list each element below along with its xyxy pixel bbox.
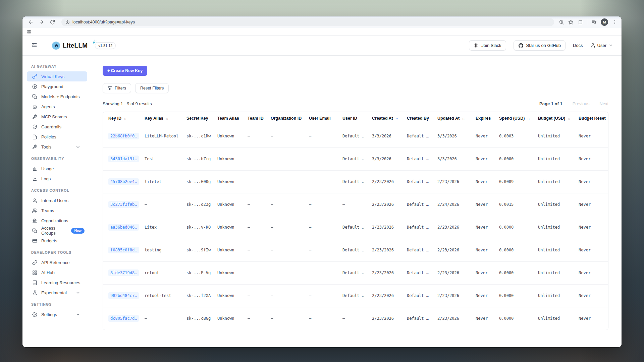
key-id-link[interactable]: aa36bad046… <box>108 224 139 231</box>
column-header-updated-at[interactable]: Updated At↑↓ <box>437 112 476 125</box>
sidebar-item-agents[interactable]: Agents <box>27 102 87 112</box>
star-github-button[interactable]: Star us on GitHub <box>514 40 566 51</box>
table-row[interactable]: 34301daf9f…Testsk-...bZrgUnknown–––Defau… <box>103 147 608 170</box>
table-cell: 2/23/2026 <box>437 261 476 284</box>
sidebar-item-settings[interactable]: Settings <box>27 309 87 319</box>
next-button[interactable]: Next <box>599 101 608 106</box>
bookmark-star-icon[interactable] <box>568 19 574 25</box>
table-row[interactable]: aa36bad046…Litexsk-...v-KQUnknown–––Defa… <box>103 216 608 239</box>
apps-grid-icon[interactable] <box>27 29 31 34</box>
table-cell: – <box>248 261 271 284</box>
sidebar-item-virtual-keys[interactable]: Virtual Keys <box>27 71 87 81</box>
sidebar-item-experimental[interactable]: Experimental <box>27 288 87 298</box>
table-cell: Default … <box>407 147 437 170</box>
table-row[interactable]: 45708b2ee4…litetetsk-...G00gUnknown–––De… <box>103 170 608 193</box>
table-row[interactable]: 22b68fb0f0…LiteLLM-Retoolsk-...c1RwUnkno… <box>103 125 608 147</box>
create-new-key-button[interactable]: + Create New Key <box>103 66 147 76</box>
sidebar-item-access-groups[interactable]: Access GroupsNew <box>27 226 87 236</box>
table-row[interactable]: 982bd484c7…retool-testsk-...f2XAUnknown–… <box>103 284 608 307</box>
new-badge: New <box>71 228 85 234</box>
address-bar[interactable]: localhost:4000/ui/?page=api-keys <box>61 18 554 26</box>
sidebar-item-mcp-servers[interactable]: MCP Servers <box>27 112 87 122</box>
table-row[interactable]: 8fde3719d8…retoolsk-...E_VgUnknown–––Def… <box>103 261 608 284</box>
column-header-organization-id: Organization ID <box>271 112 309 125</box>
table-cell: – <box>309 284 342 307</box>
zoom-page-icon[interactable] <box>559 19 564 25</box>
sidebar-item-budgets[interactable]: Budgets <box>27 236 87 246</box>
forward-icon[interactable] <box>37 18 46 26</box>
sidebar-item-policies[interactable]: Policies <box>27 132 87 142</box>
sort-icon[interactable]: ↑↓ <box>166 117 168 120</box>
sort-icon[interactable]: ↑↓ <box>124 117 126 120</box>
funnel-icon <box>108 86 112 90</box>
back-icon[interactable] <box>26 18 35 26</box>
sidebar-item-api-reference[interactable]: API Reference <box>27 257 87 267</box>
sidebar-item-learning-resources[interactable]: Learning Resources <box>27 278 87 288</box>
site-info-icon[interactable] <box>65 20 70 24</box>
sort-icon[interactable]: ↑↓ <box>568 117 570 120</box>
table-cell: 2/23/2026 <box>372 239 407 261</box>
bank-icon <box>32 218 37 223</box>
browser-menu-icon[interactable] <box>612 19 618 25</box>
sidebar-item-organizations[interactable]: Organizations <box>27 216 87 226</box>
column-header-team-id: Team ID <box>248 112 271 125</box>
key-id-link[interactable]: dc805fac7d… <box>108 315 139 322</box>
key-id-link[interactable]: 45708b2ee4… <box>108 178 139 185</box>
sidebar-item-label: Organizations <box>41 218 68 223</box>
link-icon <box>32 260 37 265</box>
sidebar-item-playground[interactable]: Playground <box>27 81 87 92</box>
table-row[interactable]: dc805fac7d…–sk-...cBGgUnknown––––2/23/20… <box>103 307 608 330</box>
chevron-down-icon <box>75 144 80 149</box>
key-id-link[interactable]: 8fde3719d8… <box>108 269 139 276</box>
tab-group-icon[interactable] <box>578 19 583 25</box>
table-row[interactable]: 3c273f3f9b…–sk-...o23gUnknown––––2/23/20… <box>103 193 608 216</box>
sidebar-item-teams[interactable]: Teams <box>27 205 87 216</box>
column-header-key-alias[interactable]: Key Alias↑↓ <box>145 112 186 125</box>
table-cell: – <box>309 193 342 216</box>
sidebar-item-logs[interactable]: Logs <box>27 174 87 184</box>
column-header-key-id[interactable]: Key ID↑↓ <box>103 112 145 125</box>
sort-icon[interactable]: ↑↓ <box>462 117 465 120</box>
reload-icon[interactable] <box>48 18 57 26</box>
table-cell: – <box>309 125 342 147</box>
table-cell: Default … <box>342 261 372 284</box>
key-id-link[interactable]: 982bd484c7… <box>108 292 139 299</box>
sidebar-item-guardrails[interactable]: Guardrails <box>27 122 87 132</box>
table-cell: Unlimited <box>538 216 579 239</box>
key-id-link[interactable]: 3c273f3f9b… <box>108 201 139 208</box>
table-cell: Default … <box>342 216 372 239</box>
column-header-budget-usd-[interactable]: Budget (USD)↑↓ <box>538 112 579 125</box>
key-id-link[interactable]: f0835c0f8d… <box>108 247 139 253</box>
sidebar-section-label: DEVELOPER TOOLS <box>31 250 103 254</box>
sidebar-item-internal-users[interactable]: Internal Users <box>27 195 87 205</box>
column-header-created-at[interactable]: Created At <box>372 112 407 125</box>
reading-list-icon[interactable] <box>591 19 597 25</box>
filters-button[interactable]: Filters <box>103 83 131 93</box>
key-id-cell: 3c273f3f9b… <box>103 193 145 216</box>
sidebar-item-label: Virtual Keys <box>41 74 64 79</box>
column-header-spend-usd-[interactable]: Spend (USD)↑↓ <box>499 112 538 125</box>
table-row[interactable]: f0835c0f8d…testingsk-...9fIwUnknown–––De… <box>103 239 608 261</box>
sidebar-item-models-endpoints[interactable]: Models + Endpoints <box>27 92 87 102</box>
join-slack-button[interactable]: Join Slack <box>469 40 506 51</box>
sidebar-toggle-icon[interactable] <box>31 42 39 49</box>
table-cell: – <box>271 239 309 261</box>
table-cell: Never <box>579 147 608 170</box>
sidebar-item-ai-hub[interactable]: AI Hub <box>27 267 87 278</box>
user-menu[interactable]: User <box>590 43 613 48</box>
sidebar-item-usage[interactable]: Usage <box>27 164 87 174</box>
sort-desc-icon[interactable] <box>395 116 399 120</box>
table-cell: 0.0000 <box>499 261 538 284</box>
docs-link[interactable]: Docs <box>573 43 583 48</box>
previous-button[interactable]: Previous <box>573 101 590 106</box>
sort-icon[interactable]: ↑↓ <box>527 117 530 120</box>
key-id-link[interactable]: 22b68fb0f0… <box>108 133 139 139</box>
table-cell: 3/3/2026 <box>372 147 407 170</box>
key-id-link[interactable]: 34301daf9f… <box>108 156 139 162</box>
sidebar-item-tools[interactable]: Tools <box>27 142 87 152</box>
sidebar-item-label: Budgets <box>41 238 57 243</box>
user-icon <box>32 198 37 203</box>
reset-filters-button[interactable]: Reset Filters <box>135 83 169 93</box>
browser-profile-avatar[interactable]: M <box>601 18 608 26</box>
table-cell: Unknown <box>217 284 248 307</box>
